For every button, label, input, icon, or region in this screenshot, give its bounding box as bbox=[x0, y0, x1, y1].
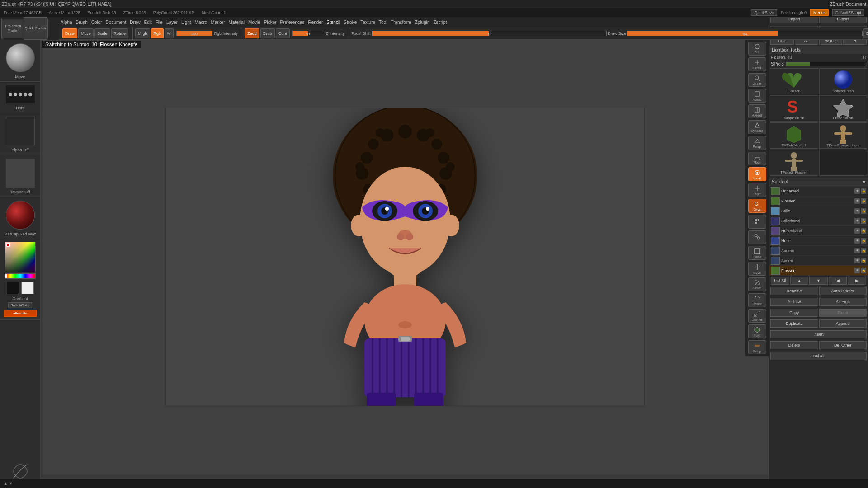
menus-btn[interactable]: Menus bbox=[810, 9, 829, 16]
subtool-flossen-active[interactable]: Flossen 👁 🔒 bbox=[769, 266, 868, 276]
all-low-btn[interactable]: All Low bbox=[770, 298, 818, 306]
zadd-btn[interactable]: Zadd bbox=[245, 28, 259, 38]
del-all-btn[interactable]: Del All bbox=[770, 352, 867, 360]
subtool-unnamed[interactable]: Unnamed 👁 🔒 bbox=[769, 186, 868, 196]
menu-zplugin[interactable]: Zplugin bbox=[413, 20, 432, 25]
tool-spherebrush[interactable]: SphereBrush bbox=[819, 68, 868, 94]
dots-preview[interactable] bbox=[6, 85, 35, 103]
tool-tpose3[interactable]: TPose3_Flossen bbox=[770, 150, 818, 176]
rt-icon2[interactable] bbox=[748, 230, 766, 244]
canvas-inner[interactable] bbox=[165, 108, 645, 406]
rt-floor[interactable]: Floor bbox=[748, 152, 766, 166]
subtool-augeni[interactable]: Augeni 👁 🔒 bbox=[769, 246, 868, 256]
rt-dynamic[interactable]: Dynamic bbox=[748, 120, 766, 134]
default-zscript[interactable]: DefaultZScript bbox=[832, 9, 864, 16]
rt-scale[interactable]: Scale bbox=[748, 277, 766, 291]
rt-actual[interactable]: Actual bbox=[748, 89, 766, 103]
subtool-collapse-icon[interactable]: ▾ bbox=[863, 179, 865, 184]
menu-alpha[interactable]: Alpha bbox=[59, 20, 74, 25]
lock-icon-6[interactable]: 🔒 bbox=[861, 238, 866, 244]
draw-btn[interactable]: Draw bbox=[62, 28, 77, 38]
rt-polyf[interactable]: Polyf bbox=[748, 324, 766, 338]
cont-btn[interactable]: Cont bbox=[276, 28, 290, 38]
lock-icon[interactable]: 🔒 bbox=[861, 188, 866, 194]
subtool-brilerband[interactable]: Brilerband 👁 🔒 bbox=[769, 216, 868, 226]
rt-move[interactable]: Move bbox=[748, 262, 766, 276]
subtool-flossen-1[interactable]: Flossen 👁 🔒 bbox=[769, 196, 868, 206]
zsub-btn[interactable]: Zsub bbox=[260, 28, 275, 38]
rt-scroll[interactable]: Scroll bbox=[748, 57, 766, 71]
rgb-btn[interactable]: Rgb bbox=[151, 28, 164, 38]
eye-icon[interactable]: 👁 bbox=[854, 188, 860, 194]
color-gradient-rect[interactable] bbox=[5, 242, 36, 272]
rt-gxyz[interactable]: G Gxyz bbox=[748, 199, 766, 213]
rt-linefill[interactable]: Line Fill bbox=[748, 309, 766, 323]
menu-file[interactable]: File bbox=[154, 20, 165, 25]
quick-sketch-btn[interactable]: Quick Sketch bbox=[24, 17, 47, 40]
draw-size-slider[interactable]: 64 bbox=[627, 31, 863, 36]
menu-layer[interactable]: Layer bbox=[165, 20, 179, 25]
switchcolor-btn[interactable]: SwitchColor bbox=[8, 302, 32, 308]
arrow-right-btn[interactable]: ▶ bbox=[848, 277, 866, 285]
menu-zscript[interactable]: Zscript bbox=[431, 20, 448, 25]
eye-icon-9[interactable]: 👁 bbox=[854, 268, 860, 273]
duplicate-btn[interactable]: Duplicate bbox=[770, 319, 818, 328]
lock-icon-5[interactable]: 🔒 bbox=[861, 228, 866, 234]
eye-icon-7[interactable]: 👁 bbox=[854, 248, 860, 253]
move-btn[interactable]: Move bbox=[78, 28, 94, 38]
eye-icon-6[interactable]: 👁 bbox=[854, 238, 860, 244]
menu-render[interactable]: Render bbox=[307, 20, 325, 25]
menu-tool[interactable]: Tool bbox=[377, 20, 389, 25]
dynamic-btn[interactable]: Dynamic bbox=[863, 28, 868, 38]
paste-btn[interactable]: Paste bbox=[819, 309, 867, 317]
texture-preview[interactable] bbox=[6, 159, 35, 188]
zbdoc-btn[interactable]: ZBrush Document bbox=[830, 2, 866, 7]
lock-icon-9[interactable]: 🔒 bbox=[861, 268, 866, 273]
menu-light[interactable]: Light bbox=[179, 20, 193, 25]
append-btn[interactable]: Append bbox=[819, 319, 867, 328]
menu-transform[interactable]: Transform bbox=[389, 20, 413, 25]
rt-local[interactable]: Local bbox=[748, 167, 766, 181]
arrow-up-btn[interactable]: ▲ bbox=[790, 277, 809, 285]
rt-setup[interactable]: Setup bbox=[748, 340, 766, 354]
menu-preferences[interactable]: Preferences bbox=[278, 20, 307, 25]
menu-stroke[interactable]: Stroke bbox=[342, 20, 359, 25]
rt-icon1[interactable] bbox=[748, 215, 766, 229]
subtool-hosenband[interactable]: Hosenband 👁 🔒 bbox=[769, 226, 868, 236]
menu-movie[interactable]: Movie bbox=[246, 20, 262, 25]
rt-persp[interactable]: Persp bbox=[748, 136, 766, 150]
alternate-btn[interactable]: Alternate bbox=[4, 310, 37, 317]
rgb-intensity-slider[interactable]: 100 Rgb Intensity bbox=[175, 31, 240, 36]
z-intensity-slider[interactable]: 51 Z Intensity bbox=[291, 31, 347, 36]
lock-icon-4[interactable]: 🔒 bbox=[861, 218, 866, 224]
arrow-down-btn[interactable]: ▼ bbox=[809, 277, 828, 285]
menu-document[interactable]: Document bbox=[104, 20, 128, 25]
tool-flossen-1[interactable]: Flossen bbox=[770, 68, 818, 94]
subtool-brille[interactable]: Brille 👁 🔒 bbox=[769, 206, 868, 216]
eye-icon-2[interactable]: 👁 bbox=[854, 198, 860, 204]
tool-simplebrush[interactable]: S SimpleBrush bbox=[770, 95, 818, 122]
material-preview[interactable] bbox=[6, 201, 35, 230]
copy-btn[interactable]: Copy bbox=[770, 309, 818, 317]
m-btn[interactable]: M bbox=[165, 28, 174, 38]
projection-master-btn[interactable]: Projection Master bbox=[1, 19, 25, 38]
menu-stencil[interactable]: Stencil bbox=[325, 20, 342, 25]
auto-reorder-btn[interactable]: AutoReorder bbox=[819, 287, 867, 295]
tool-empty[interactable] bbox=[819, 150, 868, 176]
lock-icon-8[interactable]: 🔒 bbox=[861, 258, 866, 263]
rt-zoom[interactable]: Zoom bbox=[748, 73, 766, 87]
menu-picker[interactable]: Picker bbox=[262, 20, 278, 25]
mrgb-btn[interactable]: Mrgb bbox=[135, 28, 150, 38]
delete-btn[interactable]: Delete bbox=[770, 341, 818, 349]
scale-btn[interactable]: Scale bbox=[94, 28, 110, 38]
hue-bar[interactable] bbox=[5, 273, 36, 279]
menu-brush[interactable]: Brush bbox=[74, 20, 90, 25]
subtool-hose[interactable]: Hose 👁 🔒 bbox=[769, 236, 868, 246]
quicksave-btn[interactable]: QuickSave bbox=[751, 9, 777, 16]
rt-aahalf[interactable]: AAHalf bbox=[748, 104, 766, 118]
arrow-left-btn[interactable]: ◀ bbox=[829, 277, 847, 285]
tool-eraserbrush[interactable]: EraserBrush bbox=[819, 95, 868, 122]
rt-lsym[interactable]: L.Sym bbox=[748, 183, 766, 197]
tool-tpose2[interactable]: TPose2_super_here bbox=[819, 122, 868, 149]
tool-tmpolymesh[interactable]: TMPolyMesh_1 bbox=[770, 122, 818, 149]
